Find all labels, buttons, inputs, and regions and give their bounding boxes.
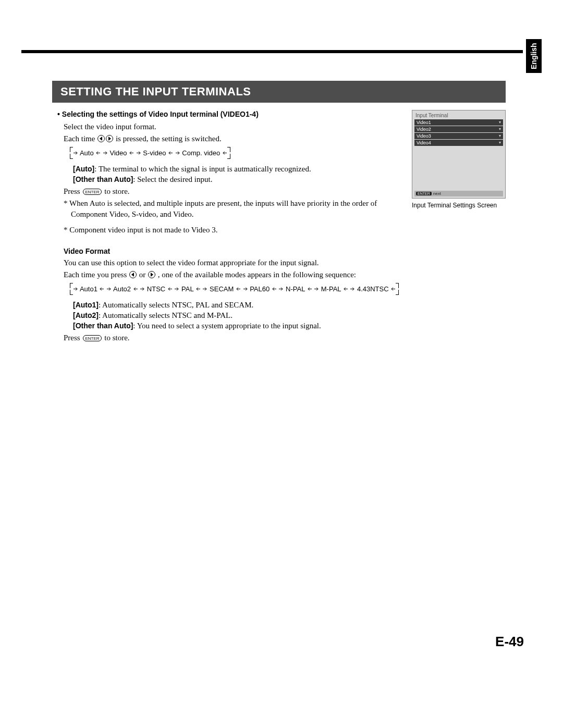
screenshot-input-terminal: Input Terminal Video1▾Video2▾Video3▾Vide…	[412, 110, 506, 199]
text-press-store-1: Press ENTER to store.	[64, 186, 402, 196]
text-each-time: Each time is pressed, the setting is swi…	[64, 133, 402, 144]
label-other: [Other than Auto]	[73, 175, 133, 183]
label-auto: Auto	[76, 165, 92, 173]
left-button-icon	[97, 134, 105, 143]
language-tab: English	[526, 39, 542, 73]
right-button-icon	[105, 134, 114, 143]
text-each-time-a: Each time	[64, 134, 97, 143]
text-vf-desc: You can use this option to select the vi…	[64, 257, 506, 268]
text-other: : Select the desired input.	[133, 175, 212, 183]
text-auto: : The terminal to which the signal is in…	[94, 165, 311, 173]
section-title: SETTING THE INPUT TERMINALS	[52, 81, 506, 103]
text-auto-desc: [Auto]: The terminal to which the signal…	[73, 164, 402, 185]
screen-row: Video1▾	[414, 119, 503, 126]
subhead-video-format: Video Format	[64, 247, 506, 255]
screen-caption: Input Terminal Settings Screen	[412, 202, 506, 209]
sequence-input: Auto Video S-video Comp. video	[73, 148, 227, 158]
txt-auto2: : Automatically selects NTSC and M-PAL.	[99, 311, 232, 319]
note-video3: * Component video input is not made to V…	[64, 225, 402, 235]
page-content: SETTING THE INPUT TERMINALS • Selecting …	[52, 81, 506, 345]
vf-each-a: Each time you press	[64, 270, 129, 279]
label-auto2: [Auto2]	[73, 311, 99, 319]
screen-row: Video2▾	[414, 126, 503, 132]
screen-row: Video3▾	[414, 133, 503, 139]
txt-other2: : You need to select a system appropriat…	[133, 322, 321, 330]
screen-foot-chip: ENTER	[416, 192, 432, 195]
enter-button-icon: ENTER	[83, 335, 101, 341]
top-divider	[21, 50, 523, 53]
screen-row: Video4▾	[414, 140, 503, 146]
note-auto-priority: * When Auto is selected, and multiple in…	[64, 198, 402, 219]
left-button-icon	[129, 270, 137, 279]
text-each-time-b: is pressed, the setting is switched.	[116, 134, 222, 143]
subhead-video-input: • Selecting the settings of Video Input …	[52, 110, 402, 118]
vf-or: or	[139, 270, 148, 279]
label-auto1: [Auto1]	[73, 301, 99, 309]
screen-title: Input Terminal	[412, 110, 505, 119]
sequence-format: Auto1 Auto2 NTSC PAL SECAM PAL60 N-PAL M…	[73, 284, 396, 294]
text-modes: [Auto1]: Automatically selects NTSC, PAL…	[73, 300, 506, 331]
text-select-format: Select the video input format.	[64, 121, 402, 132]
press-a-2: Press	[64, 334, 82, 342]
screen-footer: ENTERnext	[414, 191, 503, 196]
vf-each-b: , one of the available modes appears in …	[158, 270, 356, 279]
page-number: E-49	[495, 634, 524, 650]
press-a-1: Press	[64, 187, 82, 195]
right-button-icon	[148, 270, 156, 279]
press-b-2: to store.	[103, 334, 130, 342]
screen-foot-txt: next	[433, 191, 441, 196]
text-press-store-2: Press ENTER to store.	[64, 332, 506, 343]
text-vf-each: Each time you press or , one of the avai…	[64, 269, 506, 280]
press-b-1: to store.	[103, 187, 130, 195]
enter-button-icon: ENTER	[83, 189, 101, 195]
label-other2: [Other than Auto]	[73, 322, 133, 330]
txt-auto1: : Automatically selects NTSC, PAL and SE…	[99, 301, 253, 309]
